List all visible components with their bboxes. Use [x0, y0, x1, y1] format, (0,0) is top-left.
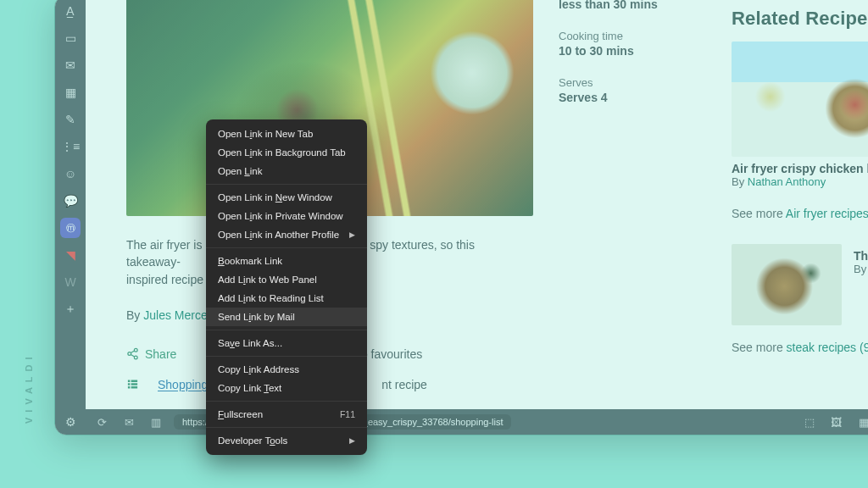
svg-point-0: [134, 349, 137, 352]
browser-window: A̲ ▭ ✉ ▦ ✎ ⋮≡ ☺ 💬 ⓜ ◥ W ＋ ⚙ The air frye…: [54, 0, 868, 435]
serves-value: Serves 4: [559, 91, 720, 104]
svg-rect-8: [131, 386, 138, 389]
see-more-airfryer-link[interactable]: Air fryer recipes (53): [786, 207, 868, 220]
serves-block: Serves Serves 4: [559, 76, 720, 104]
tasks-icon[interactable]: ✎: [60, 109, 81, 130]
context-menu-item-label: Open Link in New Window: [218, 192, 332, 202]
rc2-by-prefix: By: [854, 263, 868, 275]
desc-frag-1: The air fryer is: [126, 238, 202, 252]
context-menu-item-label: Copy Link Address: [218, 364, 299, 374]
context-menu-item-label: Developer Tools: [218, 435, 287, 446]
chevron-right-icon: ▶: [349, 230, 355, 239]
panel-sidebar: A̲ ▭ ✉ ▦ ✎ ⋮≡ ☺ 💬 ⓜ ◥ W ＋ ⚙: [55, 0, 86, 435]
context-menu-item[interactable]: Send Link by Mail: [206, 308, 367, 326]
recipe-info: less than 30 mins Cooking time 10 to 30 …: [559, 0, 720, 123]
page-actions-icon[interactable]: ▦: [854, 416, 868, 429]
list-icon: [126, 378, 139, 391]
mastodon-icon[interactable]: ⓜ: [60, 218, 81, 238]
context-menu-item[interactable]: Bookmark Link: [206, 252, 367, 270]
vivaldi-icon[interactable]: ◥: [60, 245, 81, 265]
wikipedia-icon[interactable]: W: [60, 272, 81, 292]
svg-rect-3: [128, 380, 131, 383]
sm2-prefix: See more: [732, 341, 787, 354]
context-menu-item[interactable]: Open Link: [206, 162, 367, 180]
context-menu-item-label: Bookmark Link: [218, 256, 282, 266]
context-menu-item[interactable]: Add Link to Web Panel: [206, 270, 367, 289]
context-menu-item[interactable]: Save Link As...: [206, 334, 367, 352]
context-menu-item-label: Add Link to Web Panel: [218, 274, 317, 285]
print-recipe-link[interactable]: nt recipe: [381, 378, 427, 391]
svg-point-2: [134, 356, 137, 359]
status-bar: ⟳ ✉ ▥ https://www.bbc.co.uk/food/recipes…: [86, 409, 868, 435]
context-menu-item[interactable]: Developer Tools▶: [206, 431, 367, 450]
contacts-icon[interactable]: ☺: [60, 164, 81, 184]
see-more-steak-link[interactable]: steak recipes (94): [787, 341, 868, 354]
svg-rect-5: [128, 386, 131, 389]
by-prefix: By: [126, 308, 143, 322]
add-panel-icon[interactable]: ＋: [60, 299, 81, 319]
context-menu-item[interactable]: Open Link in New Window: [206, 188, 367, 207]
svg-rect-7: [131, 384, 138, 386]
recipe-author-link[interactable]: Jules Mercer: [143, 308, 211, 322]
context-menu-item[interactable]: Add Link to Reading List: [206, 289, 367, 308]
context-menu-item[interactable]: Open Link in Private Window: [206, 207, 367, 225]
related-card-2-byline: By Mary Be: [854, 263, 868, 275]
svg-rect-4: [128, 384, 131, 386]
context-menu-item-label: Add Link to Reading List: [218, 293, 324, 303]
related-card-2-image: [732, 244, 842, 325]
serves-label: Serves: [559, 76, 720, 89]
rc1-by-prefix: By: [732, 175, 748, 188]
related-card-1-byline: By Nathan Anthony: [732, 175, 868, 188]
image-toggle-icon[interactable]: 🖾: [827, 416, 846, 429]
mail-status-icon[interactable]: ✉: [120, 416, 138, 429]
sync-icon[interactable]: ⟳: [92, 416, 111, 429]
context-menu-item[interactable]: Copy Link Text: [206, 379, 367, 397]
capture-icon[interactable]: ⬚: [800, 416, 819, 429]
calendar-icon[interactable]: ▦: [60, 82, 81, 103]
see-more-steak: See more steak recipes (94): [732, 341, 868, 354]
panel-icon[interactable]: ▭: [60, 28, 81, 48]
context-menu-item[interactable]: Copy Link Address: [206, 360, 367, 379]
related-card-2[interactable]: Thai basil By Mary Be: [732, 244, 868, 325]
related-card-1-title: Air fryer crispy chicken burger: [732, 162, 868, 175]
related-recipes: Related Recipes Air fryer crispy chicken…: [732, 8, 868, 354]
chat-icon[interactable]: 💬: [60, 191, 81, 211]
settings-icon[interactable]: ⚙: [60, 414, 81, 435]
context-menu-item[interactable]: Open Link in Background Tab: [206, 143, 367, 162]
related-title: Related Recipes: [732, 8, 868, 30]
share-button[interactable]: Share: [126, 347, 176, 361]
page-content: The air fryer is spy textures, so this t…: [86, 0, 868, 409]
related-card-2-title: Thai basil: [854, 249, 868, 263]
desc-frag-3: inspired recipe: [126, 273, 203, 286]
context-menu-separator: [206, 330, 367, 330]
mail-icon[interactable]: ✉: [60, 55, 81, 75]
related-card-1[interactable]: Air fryer crispy chicken burger By Natha…: [732, 42, 868, 220]
context-menu-item-label: Open Link in Background Tab: [218, 147, 346, 158]
feeds-icon[interactable]: ⋮≡: [60, 136, 81, 157]
context-menu-separator: [206, 401, 367, 402]
related-card-1-author[interactable]: Nathan Anthony: [748, 175, 826, 188]
prep-time-block: less than 30 mins: [559, 0, 720, 11]
svg-point-1: [128, 352, 131, 356]
chevron-right-icon: ▶: [349, 436, 355, 445]
context-menu-item[interactable]: Open Link in New Tab: [206, 125, 367, 143]
context-menu-item[interactable]: FullscreenF11: [206, 405, 367, 424]
tiling-icon[interactable]: ▥: [147, 416, 165, 429]
context-menu-item-label: Copy Link Text: [218, 383, 281, 393]
context-menu-item-label: Open Link in New Tab: [218, 129, 313, 139]
context-menu-item-label: Fullscreen: [218, 409, 263, 419]
context-menu-separator: [206, 247, 367, 248]
sm1-prefix: See more: [732, 207, 786, 220]
context-menu-separator: [206, 356, 367, 357]
context-menu-item[interactable]: Open Link in Another Profile▶: [206, 225, 367, 244]
share-icon: [126, 347, 139, 360]
cook-time-value: 10 to 30 mins: [559, 44, 720, 58]
context-menu-item-label: Open Link in Another Profile: [218, 230, 339, 240]
svg-rect-6: [131, 380, 138, 383]
share-label: Share: [145, 347, 176, 361]
link-context-menu[interactable]: Open Link in New TabOpen Link in Backgro…: [206, 119, 367, 455]
translate-icon[interactable]: A̲: [60, 1, 81, 21]
prep-time-value: less than 30 mins: [559, 0, 720, 11]
context-menu-item-label: Save Link As...: [218, 338, 282, 348]
context-menu-separator: [206, 184, 367, 185]
